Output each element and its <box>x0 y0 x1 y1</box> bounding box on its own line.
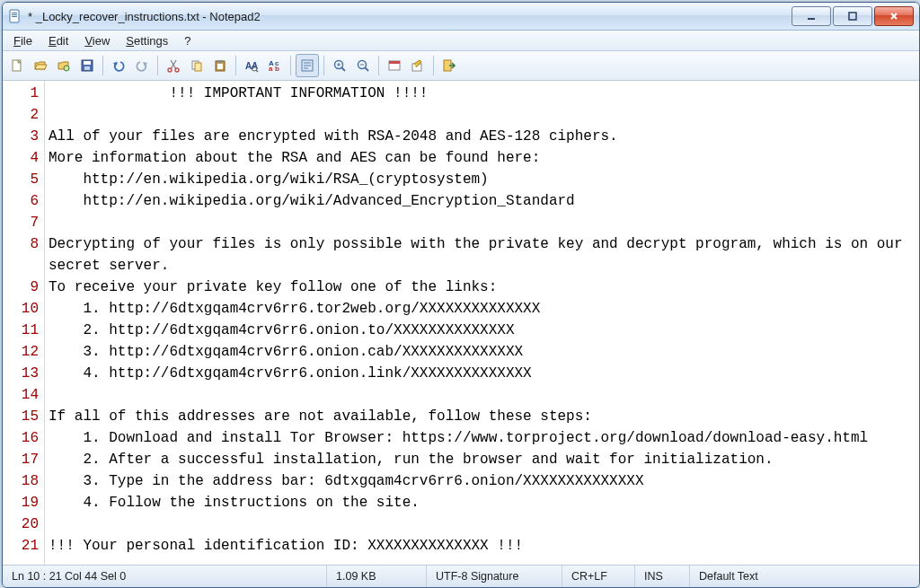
status-lexer[interactable]: Default Text <box>690 566 919 587</box>
text-line[interactable]: 1. http://6dtxgqam4crv6rr6.tor2web.org/X… <box>49 298 916 320</box>
menu-bar: File Edit View Settings ? <box>3 31 919 51</box>
line-number-gutter: 123456789101112131415161718192021 <box>3 81 45 565</box>
text-line[interactable]: Decrypting of your files is only possibl… <box>49 233 916 255</box>
text-content[interactable]: !!! IMPORTANT INFORMATION !!!!All of you… <box>45 81 919 565</box>
editor-area[interactable]: 123456789101112131415161718192021 !!! IM… <box>3 81 919 565</box>
window-title: * _Locky_recover_instructions.txt - Note… <box>28 10 792 23</box>
text-line[interactable]: More information about the RSA and AES c… <box>49 147 916 169</box>
status-filesize: 1.09 KB <box>327 566 427 587</box>
text-line[interactable]: http://en.wikipedia.org/wiki/Advanced_En… <box>49 190 916 212</box>
menu-settings[interactable]: Settings <box>119 32 175 49</box>
text-line[interactable]: !!! Your personal identification ID: XXX… <box>49 535 916 557</box>
line-number: 10 <box>3 298 39 320</box>
find-button[interactable]: AA <box>241 55 262 76</box>
title-bar[interactable]: * _Locky_recover_instructions.txt - Note… <box>3 3 919 31</box>
status-position[interactable]: Ln 10 : 21 Col 44 Sel 0 <box>3 566 327 587</box>
line-number: 16 <box>3 427 39 449</box>
text-line[interactable] <box>49 384 916 406</box>
window-buttons <box>792 6 914 26</box>
svg-rect-1 <box>12 13 17 13</box>
exit-button[interactable] <box>438 55 460 76</box>
text-line[interactable] <box>49 104 916 126</box>
menu-file[interactable]: File <box>6 32 40 49</box>
svg-line-31 <box>341 67 345 71</box>
undo-button[interactable] <box>108 55 129 76</box>
line-number: 19 <box>3 492 39 513</box>
line-number: 17 <box>3 449 39 470</box>
word-wrap-button[interactable] <box>296 54 319 77</box>
svg-rect-38 <box>389 61 400 64</box>
svg-point-12 <box>175 68 179 72</box>
svg-point-7 <box>64 66 69 71</box>
text-line[interactable]: 3. Type in the address bar: 6dtxgqam4crv… <box>49 470 916 492</box>
minimize-button[interactable] <box>792 6 831 26</box>
text-line[interactable]: !!! IMPORTANT INFORMATION !!!! <box>49 83 916 104</box>
toolbar-separator <box>433 56 434 75</box>
line-number: 9 <box>3 276 39 298</box>
zoom-in-button[interactable] <box>329 55 350 76</box>
line-number: 5 <box>3 169 39 190</box>
menu-help[interactable]: ? <box>177 32 198 49</box>
svg-rect-17 <box>217 64 223 69</box>
line-number: 11 <box>3 320 39 341</box>
text-line[interactable]: 3. http://6dtxgqam4crv6rr6.onion.cab/XXX… <box>49 341 916 363</box>
line-number: 8 <box>3 233 39 255</box>
svg-rect-3 <box>12 16 17 17</box>
menu-edit[interactable]: Edit <box>41 32 75 49</box>
text-line[interactable] <box>49 513 916 535</box>
app-icon <box>8 9 22 23</box>
line-number: 6 <box>3 190 39 212</box>
paste-button[interactable] <box>209 55 231 76</box>
menu-view[interactable]: View <box>77 32 117 49</box>
svg-rect-4 <box>808 18 815 20</box>
toolbar-separator <box>102 56 103 75</box>
line-number: 20 <box>3 513 39 535</box>
status-eol[interactable]: CR+LF <box>562 566 635 587</box>
status-encoding[interactable]: UTF-8 Signature <box>427 566 562 587</box>
svg-rect-14 <box>195 63 201 71</box>
toolbar-separator <box>378 56 379 75</box>
line-number: 7 <box>3 212 39 233</box>
text-line[interactable]: secret server. <box>49 255 916 276</box>
text-line[interactable]: 2. http://6dtxgqam4crv6rr6.onion.to/XXXX… <box>49 320 916 341</box>
svg-rect-16 <box>217 60 223 63</box>
svg-line-35 <box>365 67 368 71</box>
text-line[interactable]: http://en.wikipedia.org/wiki/RSA_(crypto… <box>49 169 916 190</box>
cut-button[interactable] <box>163 55 184 76</box>
toolbar-separator <box>290 56 291 75</box>
text-line[interactable]: To receive your private key follow one o… <box>49 276 916 298</box>
line-number <box>3 255 39 276</box>
line-number: 18 <box>3 470 39 492</box>
toolbar: AA Abac <box>3 51 919 81</box>
line-number: 14 <box>3 384 39 406</box>
maximize-button[interactable] <box>833 6 872 26</box>
zoom-out-button[interactable] <box>352 55 374 76</box>
text-line[interactable]: 4. Follow the instructions on the site. <box>49 492 916 513</box>
line-number: 12 <box>3 341 39 363</box>
svg-rect-10 <box>84 66 90 70</box>
close-button[interactable] <box>874 6 914 26</box>
customize-button[interactable] <box>407 55 429 76</box>
status-insert-mode[interactable]: INS <box>635 566 690 587</box>
save-button[interactable] <box>76 55 98 76</box>
replace-button[interactable]: Abac <box>264 55 286 76</box>
new-file-button[interactable] <box>6 55 28 76</box>
line-number: 3 <box>3 126 39 147</box>
toolbar-separator <box>323 56 324 75</box>
text-line[interactable]: 2. After a successful installation, run … <box>49 449 916 470</box>
copy-button[interactable] <box>186 55 208 76</box>
text-line[interactable]: 1. Download and install Tor Browser: htt… <box>49 427 916 449</box>
scheme-button[interactable] <box>384 55 405 76</box>
svg-point-11 <box>168 68 172 72</box>
line-number: 2 <box>3 104 39 126</box>
text-line[interactable]: All of your files are encrypted with RSA… <box>49 126 916 147</box>
open-folder-button[interactable] <box>53 55 75 76</box>
open-file-button[interactable] <box>30 55 51 76</box>
text-line[interactable]: 4. http://6dtxgqam4crv6rr6.onion.link/XX… <box>49 363 916 384</box>
redo-button[interactable] <box>131 55 153 76</box>
status-bar: Ln 10 : 21 Col 44 Sel 0 1.09 KB UTF-8 Si… <box>3 565 919 587</box>
line-number: 13 <box>3 363 39 384</box>
svg-rect-9 <box>84 61 91 65</box>
text-line[interactable]: If all of this addresses are not availab… <box>49 406 916 427</box>
text-line[interactable] <box>49 212 916 233</box>
